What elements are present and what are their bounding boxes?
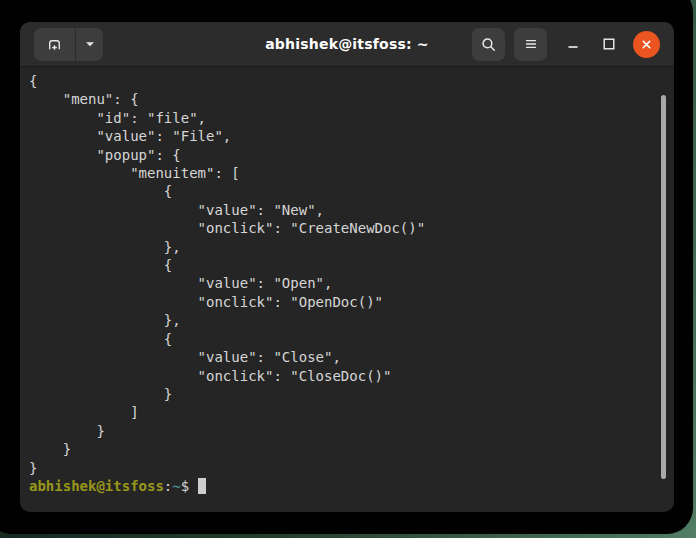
maximize-button[interactable] [597,32,621,56]
tab-buttons-group [34,28,103,61]
scrollbar[interactable] [658,67,672,512]
window-title: abhishek@itsfoss: ~ [265,36,429,52]
tab-dropdown-button[interactable] [76,28,103,61]
window-controls [472,28,660,61]
terminal-window: abhishek@itsfoss: ~ [20,22,674,512]
minimize-icon [565,36,581,52]
json-output-text: { "menu": { "id": "file", "value": "File… [29,72,664,477]
close-icon [639,37,654,52]
chevron-down-icon [83,37,97,51]
close-button[interactable] [633,31,660,58]
new-tab-icon [46,36,63,53]
prompt-user-host: abhishek@itsfoss [29,478,164,494]
menu-button[interactable] [514,28,547,61]
prompt-line: abhishek@itsfoss:~$ [29,477,664,495]
minimize-button[interactable] [561,32,585,56]
search-button[interactable] [472,28,505,61]
terminal-screen[interactable]: { "menu": { "id": "file", "value": "File… [20,67,674,512]
hamburger-menu-icon [523,36,539,52]
scrollbar-thumb[interactable] [661,95,666,479]
new-tab-button[interactable] [34,28,75,61]
search-icon [480,36,497,53]
maximize-icon [601,36,617,52]
prompt-symbol: $ [181,478,189,494]
titlebar[interactable]: abhishek@itsfoss: ~ [20,22,674,67]
prompt-path: ~ [172,478,180,494]
text-cursor [198,478,206,494]
